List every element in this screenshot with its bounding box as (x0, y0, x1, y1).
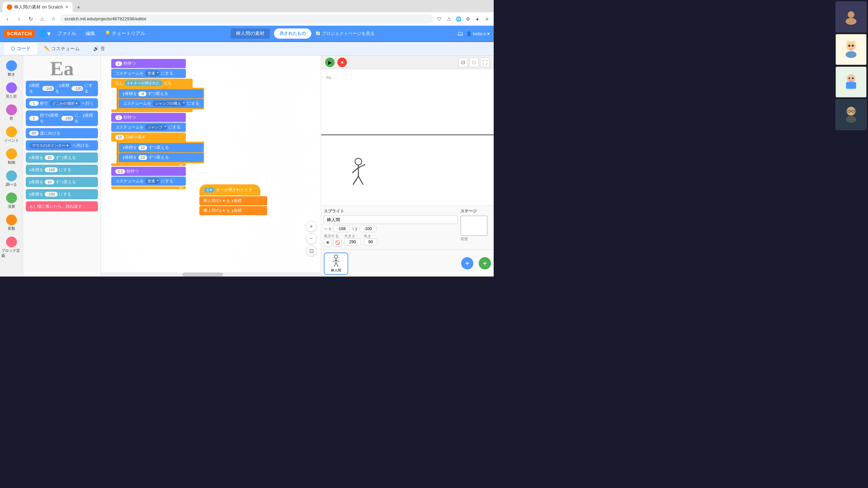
normal-stage-btn[interactable]: □ (469, 58, 479, 67)
block-set-xy[interactable]: x座標を -168 、y座標を -100 にする (26, 81, 98, 96)
fit-btn[interactable]: ⊡ (306, 245, 317, 256)
block-repeat-10[interactable]: 10 回繰り返す (111, 133, 186, 142)
project-page-btn[interactable]: 🔄 プロジェクトページを見る (315, 30, 375, 37)
main-loop-bottom: ↩ (111, 186, 186, 189)
tab-close-btn[interactable]: ✕ (65, 5, 68, 9)
block-set-y[interactable]: y座標を -100 にする (26, 189, 98, 199)
block-set-costume-normal2[interactable]: コスチュームを 普通 にする (111, 177, 186, 186)
category-myblocks[interactable]: ブロック定義 (0, 235, 23, 260)
header-right: 🗂 👤 keita-s ▾ (457, 30, 490, 37)
extension-icon-3[interactable]: 🌐 (454, 15, 462, 23)
scrollbar-thumb[interactable] (182, 272, 223, 277)
small-stage-btn[interactable]: ⊡ (458, 58, 468, 67)
zoom-out-btn[interactable]: − (306, 233, 317, 244)
code-tab[interactable]: ⬡ コード (4, 43, 37, 55)
sound-tab[interactable]: 🔊 音 (86, 43, 112, 55)
home-btn[interactable]: ⌂ (37, 14, 47, 24)
block-if-edge-bounce[interactable]: もし端に着いたら、跳ね返す (26, 201, 98, 211)
sprite-item[interactable]: 棒人間 (324, 252, 348, 275)
block-point-towards[interactable]: マウスのポインター ▾ へ向ける (26, 140, 98, 150)
back-btn[interactable]: ‹ (3, 14, 12, 24)
green-flag-btn[interactable]: ▶ (325, 58, 335, 67)
user-dropdown-icon: ▾ (487, 31, 490, 36)
tutorial-btn[interactable]: 💡 チュートリアル (102, 29, 148, 38)
extension-icon-1[interactable]: 🛡 (435, 15, 443, 23)
stop-btn[interactable]: ■ (337, 58, 347, 67)
block-change-y[interactable]: y座標を 10 ずつ変える (26, 177, 98, 187)
repeat-block-inner: x座標を 10 ずつ変える y座標を 10 ずつ変える (117, 142, 204, 163)
motion-label: 動き (8, 72, 15, 77)
menu-icon[interactable]: ≡ (483, 15, 491, 23)
block-change-x[interactable]: x座標を 10 ずつ変える (26, 152, 98, 163)
operators-label: 演算 (8, 204, 15, 209)
block-change-x-10[interactable]: x座標を 10 ずつ変える (119, 143, 203, 152)
block-glide-random[interactable]: 1 秒で どこかの場所 ▾ へ行く (26, 98, 98, 108)
category-control[interactable]: 制御 (0, 146, 23, 167)
add-sprite-btn[interactable]: + (461, 257, 473, 269)
zoom-in-btn[interactable]: + (306, 221, 317, 232)
folder-btn[interactable]: 🗂 (457, 30, 463, 37)
block-glide-xy[interactable]: 1 秒でx座標を -168 に、y座標を (26, 110, 98, 126)
variables-circle (6, 215, 17, 225)
visibility-buttons: 👁 🚫 (324, 239, 341, 247)
block-wait-1sec[interactable]: 1 秒持つ (111, 113, 186, 122)
file-menu[interactable]: ファイル (55, 29, 79, 38)
costume-tab[interactable]: ✏️ コスチューム (37, 43, 86, 55)
block-set-x-var[interactable]: 棒人間のx ▾ を x座標 (199, 196, 267, 205)
add-backdrop-btn[interactable]: + (479, 257, 491, 269)
sprite-name-input[interactable] (324, 216, 458, 224)
stage-thumbnail[interactable] (460, 216, 488, 236)
dir-input[interactable] (364, 239, 377, 245)
hat-block-s-key[interactable]: s ▾ キーが押されたとき (199, 184, 260, 196)
category-operators[interactable]: 演算 (0, 190, 23, 211)
bookmark-btn[interactable]: ☆ (49, 14, 58, 24)
show-label: 表示する (324, 233, 341, 239)
category-sidebar: 動き 見た目 音 イベント 制御 調べる (0, 56, 23, 277)
repeat-arrow: ↩ (179, 162, 183, 167)
url-input[interactable]: scratch.mit.edu/projects/467822936/edito… (60, 14, 433, 24)
block-set-costume-normal[interactable]: コスチュームを 普通 にする (111, 69, 186, 78)
extension-icon-4[interactable]: ⚙ (464, 15, 472, 23)
project-title[interactable]: 棒人間の素材 (231, 28, 270, 39)
edit-menu[interactable]: 編集 (83, 29, 98, 38)
fullscreen-btn[interactable]: ⛶ (480, 58, 490, 67)
block-point-dir[interactable]: 90 度に向ける (26, 128, 98, 138)
block-set-costume-jump-pose[interactable]: コスチュームを ジャンプの構え にする (119, 99, 203, 108)
category-looks[interactable]: 見た目 (0, 80, 23, 101)
globe-btn[interactable]: 🌐▾ (39, 29, 51, 38)
category-variables[interactable]: 変数 (0, 212, 23, 233)
block-change-y-10[interactable]: y座標を 10 ずつ変える (119, 153, 203, 162)
tab-favicon (7, 4, 12, 10)
main-loop-arrow: ↩ (179, 185, 183, 190)
ea-display: Ea (50, 57, 74, 80)
new-tab-btn[interactable]: + (74, 3, 83, 12)
block-if-e-key[interactable]: もし e ▾ キーが押された なら (111, 79, 193, 88)
block-wait-0.5[interactable]: 0.5 秒持つ (111, 167, 186, 176)
forward-btn[interactable]: › (14, 14, 24, 24)
stage-controls: ▶ ■ ⊡ □ ⛶ (321, 56, 494, 69)
category-events[interactable]: イベント (0, 124, 23, 145)
profile-icon[interactable]: ● (473, 15, 481, 23)
block-change-y-neg8[interactable]: y座標を -8 ずつ変える (119, 89, 203, 98)
block-set-x[interactable]: x座標を -168 にする (26, 165, 98, 175)
size-input[interactable] (344, 239, 361, 245)
category-sound[interactable]: 音 (0, 102, 23, 123)
svg-line-16 (334, 263, 336, 267)
block-set-y-var[interactable]: 棒人間のy ▾ を y座標 (199, 206, 267, 215)
x-coord-input[interactable] (333, 225, 350, 232)
user-menu[interactable]: 👤 keita-s ▾ (466, 31, 490, 36)
code-canvas[interactable]: 1 秒持つ コスチュームを 普通 にする もし e ▾ キーが押された なら (101, 56, 321, 277)
sub-tabs: ⬡ コード ✏️ コスチューム 🔊 音 (0, 42, 494, 56)
hide-btn[interactable]: 🚫 (333, 239, 341, 247)
block-wait-top[interactable]: 1 秒持つ (111, 59, 186, 68)
show-btn[interactable]: 👁 (324, 239, 332, 247)
share-btn[interactable]: 共されたもの (274, 28, 311, 39)
horizontal-scrollbar[interactable] (101, 272, 321, 277)
extension-icon-2[interactable]: ⚠ (445, 15, 453, 23)
y-coord-input[interactable] (359, 225, 376, 232)
reload-btn[interactable]: ↻ (26, 14, 35, 24)
category-sensing[interactable]: 調べる (0, 168, 23, 189)
category-motion[interactable]: 動き (0, 58, 23, 79)
block-set-costume-jump[interactable]: コスチュームを ジャンプ にする (111, 123, 186, 132)
active-tab[interactable]: 棒人間の素材 on Scratch ✕ (3, 2, 73, 12)
